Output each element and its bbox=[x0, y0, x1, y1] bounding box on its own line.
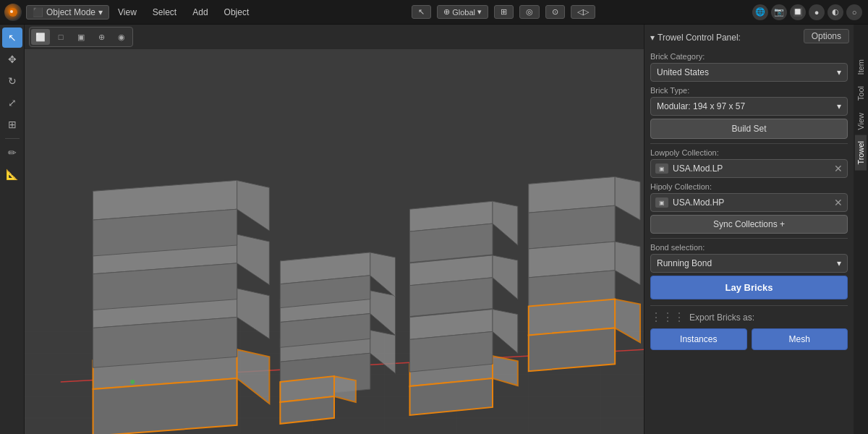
select-more-tool[interactable]: ◉ bbox=[112, 29, 131, 45]
render-icon[interactable]: 📷 bbox=[771, 4, 787, 20]
svg-point-63 bbox=[130, 380, 135, 384]
viewport-header: ⬜ □ ▣ ⊕ ◉ bbox=[25, 25, 644, 49]
mode-selector[interactable]: ⬛ Object Mode ▾ bbox=[26, 5, 109, 20]
svg-point-0 bbox=[9, 8, 17, 17]
select-tool[interactable]: ↖ bbox=[2, 27, 22, 48]
keyframe-tool[interactable]: ◁▷ bbox=[571, 5, 595, 19]
top-bar-right: 🌐 📷 🔲 ● ◐ ○ bbox=[746, 4, 868, 20]
hipoly-collection-row: ▣ USA.Mod.HP ✕ bbox=[650, 193, 848, 212]
measure-tool[interactable]: 📐 bbox=[2, 164, 22, 184]
hipoly-collection-icon: ▣ bbox=[655, 197, 668, 208]
annotate-tool[interactable]: ✏ bbox=[2, 142, 22, 163]
bond-selection-label: Bond selection: bbox=[650, 243, 848, 252]
toolbar-divider bbox=[5, 138, 20, 139]
lay-bricks-button[interactable]: Lay Bricks bbox=[650, 276, 848, 299]
select-all-tool[interactable]: ⊕ bbox=[92, 29, 111, 45]
hipoly-remove-button[interactable]: ✕ bbox=[834, 197, 843, 208]
brick-category-dropdown[interactable]: United States ▾ bbox=[650, 63, 848, 82]
menu-view[interactable]: View bbox=[111, 6, 144, 19]
select-tools-group: ⬜ □ ▣ ⊕ ◉ bbox=[29, 27, 133, 47]
top-menu-bar: ⬛ Object Mode ▾ View Select Add Object ↖… bbox=[0, 0, 868, 25]
dropdown-arrow-bond: ▾ bbox=[837, 258, 841, 268]
bond-value: Running Bond bbox=[657, 258, 712, 268]
divider-1 bbox=[650, 143, 848, 144]
dropdown-arrow-brick-category: ▾ bbox=[837, 67, 841, 77]
panel-title-text: Trowel Control Panel: bbox=[658, 33, 741, 43]
viewport-canvas bbox=[25, 49, 644, 434]
build-set-button[interactable]: Build Set bbox=[650, 119, 848, 139]
rotate-tool[interactable]: ↻ bbox=[2, 71, 22, 91]
divider-2 bbox=[650, 238, 848, 239]
brick-category-label: Brick Category: bbox=[650, 52, 848, 61]
panel-content: Options ▾ Trowel Control Panel: ⋮⋮ Brick… bbox=[644, 25, 854, 434]
snap-tool[interactable]: ⊞ bbox=[494, 5, 514, 19]
cursor-tool[interactable]: ↖ bbox=[412, 5, 431, 19]
scene-icon[interactable]: 🔲 bbox=[790, 4, 806, 20]
export-drag-dots: ⋮⋮⋮ bbox=[650, 310, 685, 324]
lowpoly-collection-row: ▣ USA.Mod.LP ✕ bbox=[650, 159, 848, 178]
export-label-text: Export Bricks as: bbox=[689, 312, 754, 323]
proportional-edit[interactable]: ◎ bbox=[519, 5, 540, 19]
select-circle-tool[interactable]: □ bbox=[51, 29, 70, 45]
move-tool[interactable]: ✥ bbox=[2, 49, 22, 69]
lowpoly-collection-icon: ▣ bbox=[655, 163, 668, 174]
viewport-shading-solid[interactable]: ● bbox=[809, 4, 825, 20]
panel-title: ▾ Trowel Control Panel: bbox=[650, 33, 741, 43]
menu-select[interactable]: Select bbox=[145, 6, 184, 19]
tab-item[interactable]: Item bbox=[855, 54, 867, 80]
select-box-tool[interactable]: ⬜ bbox=[31, 29, 50, 45]
hipoly-collection-name: USA.Mod.HP bbox=[673, 197, 830, 208]
transform-tool[interactable]: ⊞ bbox=[2, 114, 22, 135]
options-button[interactable]: Options bbox=[804, 29, 849, 43]
brick-category-value: United States bbox=[657, 67, 709, 77]
tab-view[interactable]: View bbox=[855, 107, 867, 136]
lowpoly-label: Lowpoly Collection: bbox=[650, 148, 848, 157]
blender-logo bbox=[4, 4, 22, 21]
mode-label: Object Mode bbox=[46, 7, 95, 17]
viewport-3d[interactable]: ⬜ □ ▣ ⊕ ◉ bbox=[25, 25, 644, 434]
dropdown-arrow-brick-type: ▾ bbox=[837, 101, 841, 111]
menu-add[interactable]: Add bbox=[185, 6, 215, 19]
render-engine-icon[interactable]: 🌐 bbox=[752, 4, 768, 20]
brick-type-label: Brick Type: bbox=[650, 86, 848, 95]
mesh-button[interactable]: Mesh bbox=[752, 328, 848, 350]
export-buttons: Instances Mesh bbox=[650, 328, 848, 350]
svg-point-1 bbox=[10, 10, 13, 13]
transform-global[interactable]: ⊕ Global ▾ bbox=[437, 5, 488, 19]
top-bar-left: ⬛ Object Mode ▾ View Select Add Object bbox=[0, 4, 260, 21]
menu-object[interactable]: Object bbox=[217, 6, 257, 19]
instances-button[interactable]: Instances bbox=[650, 328, 747, 350]
sync-collections-button[interactable]: Sync Collections + bbox=[650, 215, 848, 234]
viewport-shading-material[interactable]: ◐ bbox=[827, 4, 843, 20]
svg-marker-61 bbox=[529, 328, 615, 371]
tab-tool[interactable]: Tool bbox=[855, 80, 867, 106]
lowpoly-collection-name: USA.Mod.LP bbox=[673, 163, 830, 174]
lowpoly-remove-button[interactable]: ✕ bbox=[834, 163, 843, 174]
main-content: ↖ ✥ ↻ ⤢ ⊞ ✏ 📐 ⬜ □ ▣ ⊕ ◉ bbox=[0, 25, 868, 434]
brick-type-value: Modular: 194 x 97 x 57 bbox=[657, 101, 745, 111]
hipoly-label: Hipoly Collection: bbox=[650, 182, 848, 191]
scale-tool[interactable]: ⤢ bbox=[2, 93, 22, 113]
select-lasso-tool[interactable]: ▣ bbox=[72, 29, 90, 45]
scene-3d-svg bbox=[25, 49, 644, 434]
panel-tabs: Item Tool View Trowel bbox=[854, 25, 868, 434]
export-label: ⋮⋮⋮ Export Bricks as: bbox=[650, 310, 848, 324]
visibility-tool[interactable]: ⊙ bbox=[545, 5, 565, 19]
export-section: ⋮⋮⋮ Export Bricks as: Instances Mesh bbox=[650, 305, 848, 350]
right-panel: Options ▾ Trowel Control Panel: ⋮⋮ Brick… bbox=[644, 25, 868, 434]
tab-trowel[interactable]: Trowel bbox=[855, 135, 867, 171]
bond-selection-dropdown[interactable]: Running Bond ▾ bbox=[650, 254, 848, 273]
collapse-arrow[interactable]: ▾ bbox=[650, 33, 655, 43]
viewport-shading-rendered[interactable]: ○ bbox=[846, 4, 862, 20]
top-bar-center: ↖ ⊕ Global ▾ ⊞ ◎ ⊙ ◁▷ bbox=[260, 5, 746, 19]
brick-type-dropdown[interactable]: Modular: 194 x 97 x 57 ▾ bbox=[650, 97, 848, 116]
left-toolbar: ↖ ✥ ↻ ⤢ ⊞ ✏ 📐 bbox=[0, 25, 25, 434]
